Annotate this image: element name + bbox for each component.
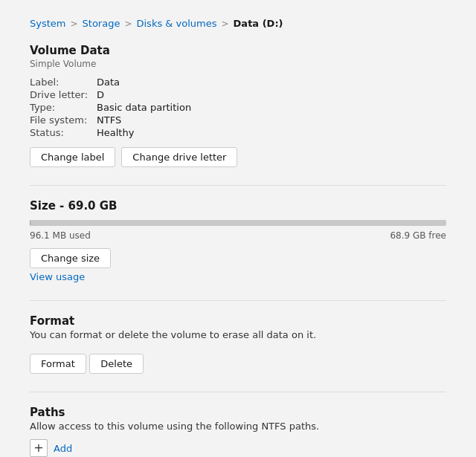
status-key: Status:	[30, 127, 97, 138]
label-val: Data	[97, 77, 446, 88]
divider-2	[30, 300, 446, 301]
volume-subtitle: Simple Volume	[30, 59, 446, 69]
file-system-key: File system:	[30, 114, 97, 126]
size-progress-fill	[30, 220, 30, 226]
divider-3	[30, 392, 446, 392]
volume-title: Volume Data	[30, 44, 446, 57]
add-path-button[interactable]: +	[30, 439, 48, 457]
breadcrumb-system[interactable]: System	[30, 18, 65, 29]
drive-letter-key: Drive letter:	[30, 89, 97, 100]
format-buttons: Format Delete	[30, 354, 144, 374]
breadcrumb-current: Data (D:)	[234, 18, 283, 29]
size-labels: 96.1 MB used 68.9 GB free	[30, 230, 446, 241]
breadcrumb-disks[interactable]: Disks & volumes	[136, 18, 216, 29]
delete-button[interactable]: Delete	[89, 354, 144, 374]
type-key: Type:	[30, 102, 97, 113]
change-drive-letter-button[interactable]: Change drive letter	[121, 147, 237, 167]
add-path-label[interactable]: Add	[54, 443, 72, 454]
paths-title: Paths	[30, 406, 446, 419]
paths-add-row: + Add	[30, 439, 446, 457]
breadcrumb-sep-3: >	[222, 19, 229, 29]
volume-info-grid: Label: Data Drive letter: D Type: Basic …	[30, 77, 446, 138]
format-description: You can format or delete the volume to e…	[30, 329, 446, 340]
size-buttons: Change size	[30, 248, 446, 268]
breadcrumb: System > Storage > Disks & volumes > Dat…	[30, 18, 446, 29]
paths-section: Paths Allow access to this volume using …	[30, 406, 446, 457]
breadcrumb-storage[interactable]: Storage	[83, 18, 120, 29]
file-system-val: NTFS	[97, 114, 446, 126]
format-section: Format You can format or delete the volu…	[30, 314, 446, 374]
format-button[interactable]: Format	[30, 354, 86, 374]
volume-section: Volume Data Simple Volume Label: Data Dr…	[30, 44, 446, 167]
volume-buttons: Change label Change drive letter	[30, 147, 446, 167]
view-usage-link[interactable]: View usage	[30, 271, 85, 282]
paths-description: Allow access to this volume using the fo…	[30, 421, 446, 432]
drive-letter-val: D	[97, 89, 446, 100]
status-val: Healthy	[97, 127, 446, 138]
size-title: Size - 69.0 GB	[30, 199, 446, 213]
breadcrumb-sep-1: >	[70, 19, 77, 29]
divider-1	[30, 185, 446, 186]
size-section: Size - 69.0 GB 96.1 MB used 68.9 GB free…	[30, 199, 446, 282]
label-key: Label:	[30, 77, 97, 88]
size-free-label: 68.9 GB free	[390, 230, 446, 241]
type-val: Basic data partition	[97, 102, 446, 113]
change-size-button[interactable]: Change size	[30, 248, 111, 268]
breadcrumb-sep-2: >	[124, 19, 132, 29]
size-used-label: 96.1 MB used	[30, 230, 91, 241]
change-label-button[interactable]: Change label	[30, 147, 115, 167]
format-title: Format	[30, 314, 446, 328]
size-progress-bar	[30, 220, 446, 226]
